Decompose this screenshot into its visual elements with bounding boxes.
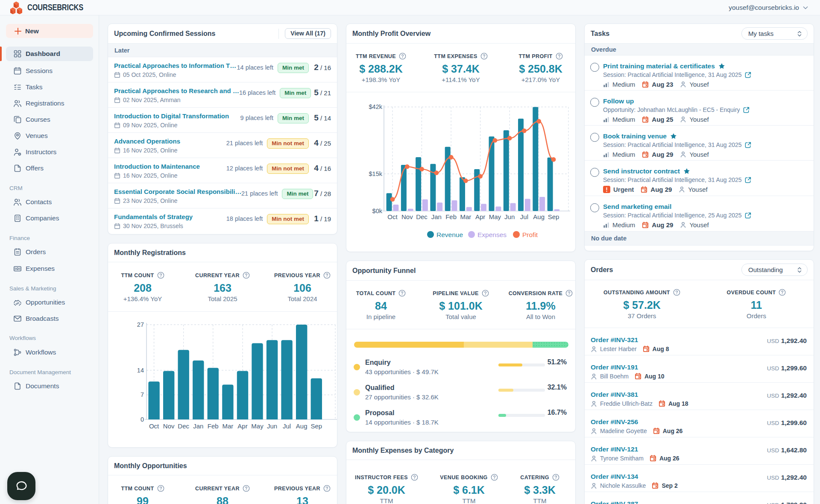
svg-text:27: 27	[137, 321, 144, 328]
svg-text:Jan: Jan	[193, 422, 203, 430]
svg-text:Revenue: Revenue	[436, 231, 463, 238]
svg-text:Jun: Jun	[267, 422, 277, 430]
svg-text:May: May	[489, 213, 501, 220]
svg-text:$0k: $0k	[372, 208, 383, 214]
svg-text:Apr: Apr	[237, 422, 247, 430]
svg-text:Oct: Oct	[149, 422, 159, 430]
svg-text:Jan: Jan	[431, 213, 442, 220]
svg-text:Jul: Jul	[520, 213, 528, 220]
svg-text:7: 7	[141, 391, 144, 398]
svg-text:Mar: Mar	[460, 213, 471, 220]
svg-text:Expenses: Expenses	[477, 231, 507, 238]
svg-text:$15k: $15k	[369, 170, 383, 177]
svg-text:Apr: Apr	[475, 213, 485, 220]
svg-text:Sep: Sep	[548, 213, 559, 220]
svg-text:Aug: Aug	[533, 213, 545, 220]
svg-text:0: 0	[141, 416, 144, 423]
svg-text:May: May	[251, 422, 264, 430]
svg-text:14: 14	[137, 367, 144, 374]
svg-text:Profit: Profit	[522, 231, 538, 238]
svg-text:Mar: Mar	[222, 422, 233, 430]
svg-text:Dec: Dec	[178, 422, 189, 430]
svg-text:Sep: Sep	[310, 422, 322, 430]
svg-text:Feb: Feb	[208, 422, 219, 430]
svg-text:$42k: $42k	[369, 103, 383, 110]
svg-text:Nov: Nov	[163, 422, 175, 430]
svg-text:Feb: Feb	[445, 213, 457, 220]
svg-text:Oct: Oct	[387, 213, 398, 220]
svg-text:Jun: Jun	[504, 213, 515, 220]
svg-text:Jul: Jul	[283, 422, 291, 430]
svg-text:Dec: Dec	[416, 213, 428, 220]
svg-text:Aug: Aug	[296, 422, 308, 430]
svg-text:Nov: Nov	[401, 213, 413, 220]
